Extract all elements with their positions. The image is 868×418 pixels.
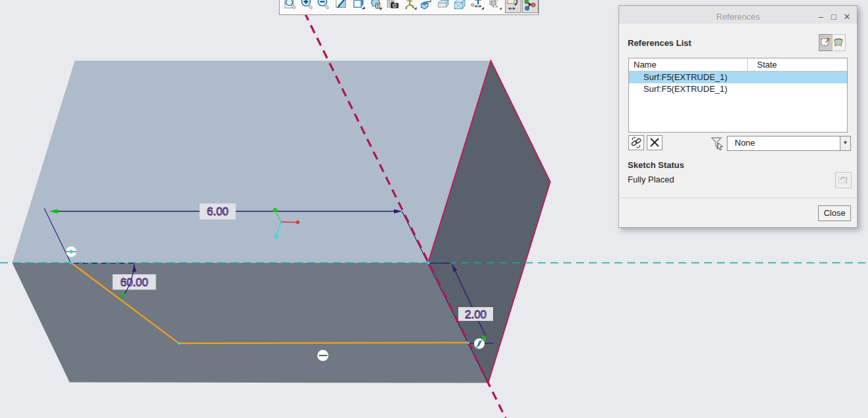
svg-text:6.00: 6.00 <box>207 205 228 218</box>
svg-text:60.00: 60.00 <box>120 276 148 289</box>
svg-text:2.00: 2.00 <box>465 308 487 321</box>
